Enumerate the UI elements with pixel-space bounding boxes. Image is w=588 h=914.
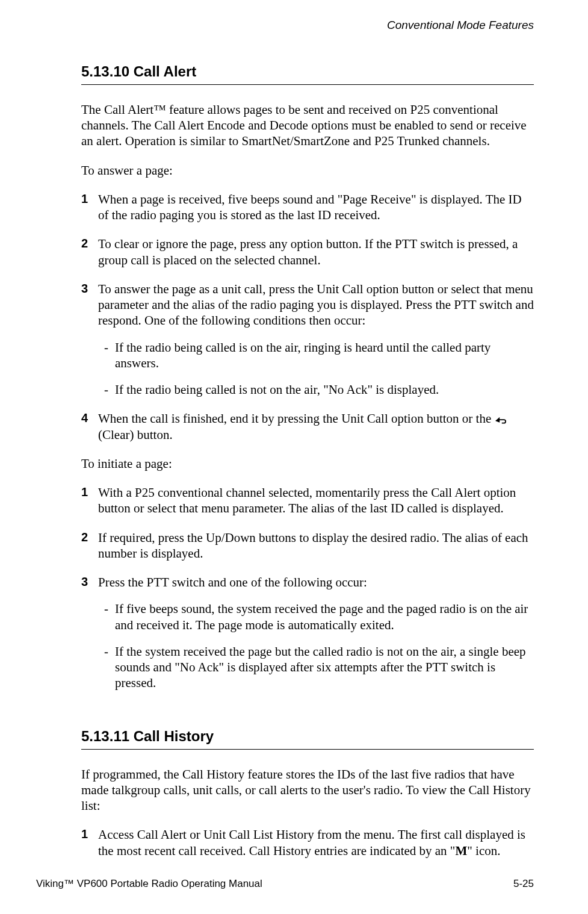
list-item: 2 If required, press the Up/Down buttons…: [81, 530, 534, 562]
section-intro: The Call Alert™ feature allows pages to …: [81, 102, 534, 149]
list-item: 1 Access Call Alert or Unit Call List Hi…: [81, 827, 534, 859]
sub-list: If five beeps sound, the system received…: [98, 601, 534, 691]
item-text-post: " icon.: [467, 844, 500, 858]
sub-list: If the radio being called is on the air,…: [98, 340, 534, 398]
item-text-post: (Clear) button.: [98, 427, 173, 442]
numbered-list: 1 With a P25 conventional channel select…: [81, 485, 534, 691]
section-number: 5.13.11: [81, 728, 129, 744]
item-text: If required, press the Up/Down buttons t…: [98, 530, 528, 561]
item-text: To answer the page as a unit call, press…: [98, 282, 534, 328]
footer-left: Viking™ VP600 Portable Radio Operating M…: [36, 877, 262, 890]
back-arrow-icon: [494, 414, 507, 425]
sub-item: If five beeps sound, the system received…: [104, 601, 534, 633]
bold-letter: M: [455, 844, 467, 858]
item-number: 1: [81, 827, 88, 842]
list-item: 2 To clear or ignore the page, press any…: [81, 236, 534, 268]
group-lead: To answer a page:: [81, 163, 534, 178]
item-number: 1: [81, 191, 88, 207]
item-number: 1: [81, 485, 88, 500]
item-text: To clear or ignore the page, press any o…: [98, 237, 518, 267]
section-call-history: 5.13.11 Call History If programmed, the …: [81, 727, 534, 859]
section-rule: [81, 749, 534, 750]
item-number: 2: [81, 530, 88, 545]
section-title: Call Alert: [134, 63, 196, 79]
section-title: Call History: [134, 728, 214, 744]
section-call-alert: 5.13.10 Call Alert The Call Alert™ featu…: [81, 63, 534, 691]
section-heading: 5.13.10 Call Alert: [81, 63, 534, 81]
list-item: 1 With a P25 conventional channel select…: [81, 485, 534, 517]
section-intro: If programmed, the Call History feature …: [81, 766, 534, 814]
item-text: When a page is received, five beeps soun…: [98, 192, 522, 222]
chapter-header: Conventional Mode Features: [81, 18, 534, 33]
item-text-pre: When the call is finished, end it by pre…: [98, 411, 494, 426]
list-item: 1 When a page is received, five beeps so…: [81, 191, 534, 223]
item-number: 3: [81, 281, 88, 296]
item-text: Press the PTT switch and one of the foll…: [98, 575, 367, 589]
list-item: 4 When the call is finished, end it by p…: [81, 411, 534, 443]
numbered-list: 1 Access Call Alert or Unit Call List Hi…: [81, 827, 534, 859]
list-item: 3 Press the PTT switch and one of the fo…: [81, 574, 534, 691]
sub-item: If the radio being called is not on the …: [104, 382, 534, 397]
item-number: 3: [81, 574, 88, 589]
item-number: 4: [81, 411, 88, 426]
list-item: 3 To answer the page as a unit call, pre…: [81, 281, 534, 398]
page-footer: Viking™ VP600 Portable Radio Operating M…: [36, 877, 534, 890]
sub-item: If the system received the page but the …: [104, 644, 534, 691]
item-text: With a P25 conventional channel selected…: [98, 485, 516, 515]
group-lead: To initiate a page:: [81, 456, 534, 471]
numbered-list: 1 When a page is received, five beeps so…: [81, 191, 534, 443]
section-number: 5.13.10: [81, 63, 129, 79]
section-heading: 5.13.11 Call History: [81, 727, 534, 745]
item-number: 2: [81, 236, 88, 251]
sub-item: If the radio being called is on the air,…: [104, 340, 534, 372]
footer-right: 5-25: [513, 877, 534, 890]
section-rule: [81, 84, 534, 85]
